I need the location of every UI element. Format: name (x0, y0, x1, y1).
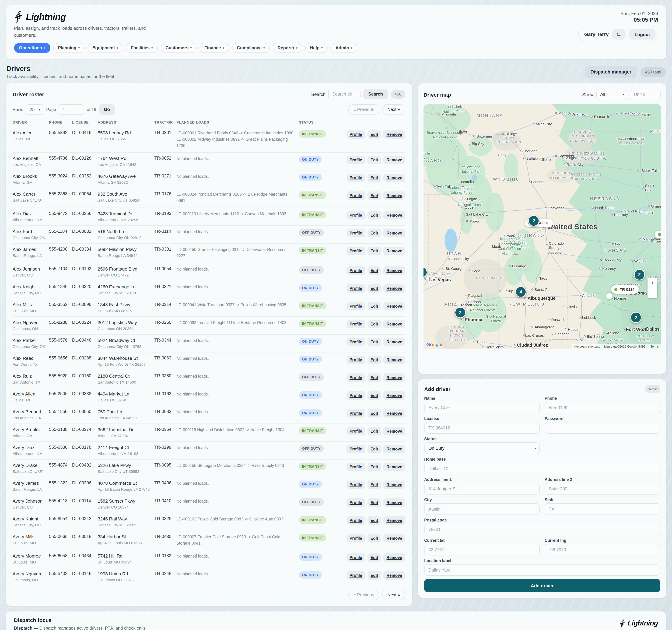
profile-button[interactable]: Profile (346, 130, 365, 139)
edit-button[interactable]: Edit (367, 534, 381, 542)
status-select[interactable]: On Duty (424, 442, 540, 454)
address1-field[interactable] (424, 483, 540, 494)
edit-button[interactable]: Edit (367, 156, 381, 164)
edit-button[interactable]: Edit (367, 284, 381, 292)
edit-button[interactable]: Edit (367, 338, 381, 346)
profile-button[interactable]: Profile (346, 174, 365, 182)
nav-item-customers[interactable]: Customers▾ (161, 43, 197, 53)
remove-button[interactable]: Remove (383, 516, 406, 525)
edit-button[interactable]: Edit (367, 409, 381, 417)
add-driver-submit-button[interactable]: Add driver (424, 579, 660, 592)
edit-button[interactable]: Edit (367, 554, 381, 562)
edit-button[interactable]: Edit (367, 391, 381, 399)
profile-button[interactable]: Profile (346, 554, 365, 562)
profile-button[interactable]: Profile (346, 156, 365, 164)
remove-button[interactable]: Remove (383, 445, 406, 453)
nav-item-help[interactable]: Help▾ (305, 43, 328, 53)
profile-button[interactable]: Profile (346, 338, 365, 346)
cluster-marker[interactable]: 2 (630, 312, 642, 323)
city-field[interactable] (424, 503, 540, 515)
map-zoom-in-button[interactable]: + (648, 278, 657, 288)
edit-button[interactable]: Edit (367, 516, 381, 525)
unit-filter-input[interactable] (630, 89, 661, 100)
search-button[interactable]: Search (363, 89, 388, 99)
remove-button[interactable]: Remove (383, 409, 406, 417)
next-page-button[interactable]: Next » (382, 104, 405, 115)
edit-button[interactable]: Edit (367, 480, 381, 489)
go-button[interactable]: Go (99, 104, 115, 115)
previous-page-button-bottom[interactable]: « Previous (348, 590, 379, 600)
profile-button[interactable]: Profile (346, 229, 365, 237)
remove-button[interactable]: Remove (383, 338, 406, 346)
cluster-marker[interactable]: 2 (634, 269, 645, 280)
profile-button[interactable]: Profile (346, 302, 365, 310)
remove-button[interactable]: Remove (383, 192, 406, 200)
remove-button[interactable]: Remove (383, 130, 406, 139)
remove-button[interactable]: Remove (383, 373, 406, 382)
nav-item-equipment[interactable]: Equipment▾ (88, 43, 123, 53)
edit-button[interactable]: Edit (367, 229, 381, 237)
nav-item-operations[interactable]: Operations▾ (14, 43, 50, 53)
remove-button[interactable]: Remove (383, 534, 406, 542)
profile-button[interactable]: Profile (346, 247, 365, 255)
edit-button[interactable]: Edit (367, 356, 381, 364)
edit-button[interactable]: Edit (367, 211, 381, 219)
edit-button[interactable]: Edit (367, 498, 381, 507)
remove-button[interactable]: Remove (383, 284, 406, 292)
profile-button[interactable]: Profile (346, 572, 365, 580)
dispatch-manager-link[interactable]: Dispatch manager (585, 66, 637, 78)
profile-button[interactable]: Profile (346, 480, 365, 489)
nav-item-reports[interactable]: Reports▾ (273, 43, 303, 53)
remove-button[interactable]: Remove (383, 554, 406, 562)
search-input[interactable] (329, 89, 361, 99)
remove-button[interactable]: Remove (383, 229, 406, 237)
edit-button[interactable]: Edit (367, 373, 381, 382)
map-attribution-item[interactable]: Keyboard shortcuts (572, 344, 602, 349)
profile-button[interactable]: Profile (346, 320, 365, 328)
unit-marker-pill[interactable]: TR-0114 (611, 285, 639, 294)
current-lat-field[interactable] (424, 544, 540, 555)
edit-button[interactable]: Edit (367, 247, 381, 255)
rows-per-page-select[interactable]: 25 (26, 104, 43, 115)
remove-button[interactable]: Remove (383, 427, 406, 435)
profile-button[interactable]: Profile (346, 427, 365, 435)
cluster-marker[interactable]: 2 (455, 307, 466, 318)
theme-toggle-button[interactable] (612, 29, 625, 40)
edit-button[interactable]: Edit (367, 462, 381, 471)
map-zoom-out-button[interactable]: − (648, 288, 657, 298)
remove-button[interactable]: Remove (383, 302, 406, 310)
remove-button[interactable]: Remove (383, 480, 406, 489)
profile-button[interactable]: Profile (346, 266, 365, 274)
location-label-field[interactable] (424, 564, 660, 576)
home-base-field[interactable] (424, 463, 660, 474)
edit-button[interactable]: Edit (367, 445, 381, 453)
current-lng-field[interactable] (545, 544, 660, 555)
profile-button[interactable]: Profile (346, 534, 365, 542)
profile-button[interactable]: Profile (346, 356, 365, 364)
edit-button[interactable]: Edit (367, 266, 381, 274)
edit-button[interactable]: Edit (367, 572, 381, 580)
profile-button[interactable]: Profile (346, 284, 365, 292)
remove-button[interactable]: Remove (383, 266, 406, 274)
profile-button[interactable]: Profile (346, 462, 365, 471)
edit-button[interactable]: Edit (367, 174, 381, 182)
license-field[interactable] (424, 422, 540, 434)
nav-item-finance[interactable]: Finance▾ (199, 43, 229, 53)
edit-button[interactable]: Edit (367, 192, 381, 200)
phone-field[interactable] (545, 402, 660, 413)
map-attribution-item[interactable]: Terms (649, 344, 661, 349)
page-input[interactable] (59, 104, 84, 115)
state-field[interactable] (545, 503, 660, 515)
edit-button[interactable]: Edit (367, 302, 381, 310)
remove-button[interactable]: Remove (383, 156, 406, 164)
remove-button[interactable]: Remove (383, 391, 406, 399)
nav-item-planning[interactable]: Planning▾ (53, 43, 85, 53)
profile-button[interactable]: Profile (346, 498, 365, 507)
unit-marker-pill[interactable] (655, 231, 661, 238)
address2-field[interactable] (545, 483, 660, 494)
show-filter-select[interactable]: All (596, 89, 627, 100)
password-field[interactable] (545, 422, 660, 434)
profile-button[interactable]: Profile (346, 211, 365, 219)
edit-button[interactable]: Edit (367, 320, 381, 328)
remove-button[interactable]: Remove (383, 498, 406, 507)
